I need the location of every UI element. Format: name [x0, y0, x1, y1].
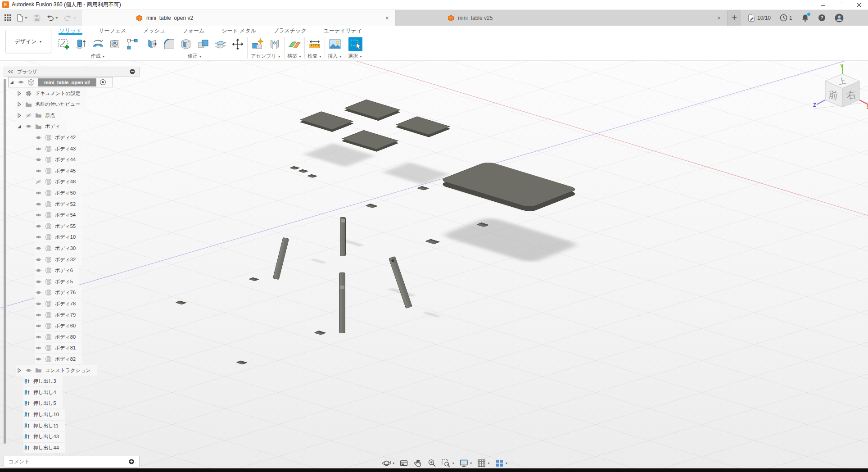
- joint-icon[interactable]: [267, 37, 281, 51]
- browser-item-押し出し3[interactable]: 押し出し3: [23, 376, 63, 386]
- look-at-icon[interactable]: [399, 458, 409, 468]
- browser-item-ボディ43[interactable]: ボディ43: [35, 144, 82, 154]
- ribbon-group-label[interactable]: 修正 ▼: [188, 53, 202, 60]
- table-leg[interactable]: [340, 217, 346, 256]
- connector-bracket[interactable]: [315, 331, 326, 334]
- workspace-selector[interactable]: デザイン ▼: [5, 30, 51, 53]
- connector-bracket[interactable]: [176, 301, 186, 304]
- grid-display-icon[interactable]: ▼: [477, 458, 490, 468]
- browser-item-ボディ81[interactable]: ボディ81: [35, 343, 82, 353]
- file-menu-button[interactable]: [15, 12, 30, 23]
- browser-item-ボディ45[interactable]: ボディ45: [35, 166, 82, 176]
- save-button[interactable]: [32, 13, 42, 23]
- viewport-3d[interactable]: Y Z X 上 前 右: [0, 61, 868, 468]
- browser-item-押し出し44[interactable]: 押し出し44: [23, 443, 65, 453]
- expand-arrow-icon[interactable]: [16, 101, 22, 107]
- connector-bracket[interactable]: [237, 361, 247, 364]
- table-panel[interactable]: [300, 112, 353, 130]
- select-icon[interactable]: [348, 37, 362, 51]
- tab-close-icon[interactable]: ×: [711, 14, 727, 22]
- browser-item-押し出し5[interactable]: 押し出し5: [23, 398, 63, 408]
- pan-icon[interactable]: [413, 458, 423, 468]
- visibility-eye-icon[interactable]: [35, 213, 42, 218]
- table-panel[interactable]: [396, 117, 450, 135]
- visibility-eye-icon[interactable]: [35, 168, 42, 173]
- table-panel[interactable]: [342, 130, 398, 150]
- root-document-label[interactable]: mini_table_open v2: [38, 78, 96, 86]
- ribbon-tab-1[interactable]: サーフェス: [98, 27, 127, 35]
- ribbon-tab-2[interactable]: メッシュ: [142, 27, 166, 35]
- chevron-down-icon[interactable]: ▼: [505, 462, 508, 465]
- maximize-button[interactable]: [832, 0, 850, 10]
- visibility-eye-icon[interactable]: [35, 146, 42, 151]
- visibility-eye-icon[interactable]: [35, 179, 42, 184]
- expand-arrow-icon[interactable]: [16, 368, 22, 373]
- construction-plane-icon[interactable]: [288, 37, 302, 51]
- move-icon[interactable]: [231, 37, 244, 51]
- browser-item-原点[interactable]: 原点: [16, 110, 61, 121]
- browser-item-名前の付いたビュー[interactable]: 名前の付いたビュー: [16, 99, 86, 109]
- ribbon-group-label[interactable]: 構築 ▼: [287, 53, 302, 60]
- ribbon-group-label[interactable]: 挿入 ▼: [328, 53, 342, 60]
- zoom-icon[interactable]: [427, 458, 437, 468]
- table-panel[interactable]: [344, 100, 400, 118]
- viewports-icon[interactable]: ▼: [495, 458, 508, 468]
- ribbon-group-label[interactable]: 検査 ▼: [307, 53, 322, 60]
- browser-item-ボディ32[interactable]: ボディ32: [35, 254, 82, 265]
- browser-item-ボディ5[interactable]: ボディ5: [35, 277, 79, 287]
- visibility-eye-icon[interactable]: [25, 124, 32, 129]
- connector-bracket[interactable]: [426, 239, 440, 244]
- fillet-icon[interactable]: [162, 37, 176, 51]
- visibility-eye-icon[interactable]: [35, 335, 42, 340]
- browser-item-押し出し43[interactable]: 押し出し43: [23, 431, 65, 442]
- connector-bracket[interactable]: [366, 204, 378, 208]
- display-settings-icon[interactable]: ▼: [459, 458, 472, 468]
- visibility-eye-icon[interactable]: [35, 357, 42, 362]
- browser-item-ボディ10[interactable]: ボディ10: [35, 232, 82, 242]
- app-grid-icon[interactable]: [3, 13, 13, 23]
- browser-item-ボディ82[interactable]: ボディ82: [35, 354, 82, 364]
- visibility-eye-icon[interactable]: [35, 301, 42, 306]
- browser-item-ボディ54[interactable]: ボディ54: [35, 210, 82, 220]
- new-component-icon[interactable]: [250, 37, 264, 51]
- ribbon-tab-4[interactable]: シート メタル: [221, 27, 257, 35]
- visibility-eye-icon[interactable]: [35, 323, 42, 328]
- browser-item-押し出し10[interactable]: 押し出し10: [23, 409, 65, 420]
- measure-icon[interactable]: [308, 37, 322, 51]
- ribbon-tab-5[interactable]: プラスチック: [272, 27, 307, 35]
- expand-arrow-icon[interactable]: [9, 79, 14, 85]
- browser-item-ボディ[interactable]: ボディ: [16, 121, 67, 132]
- chevron-down-icon[interactable]: ▼: [452, 462, 454, 465]
- insert-image-icon[interactable]: [328, 37, 342, 51]
- tab-close-icon[interactable]: ×: [379, 14, 395, 22]
- visibility-eye-icon[interactable]: [35, 246, 42, 251]
- visibility-eye-icon[interactable]: [35, 235, 42, 240]
- visibility-eye-icon[interactable]: [35, 191, 42, 195]
- hole-icon[interactable]: [108, 37, 122, 51]
- ribbon-tab-3[interactable]: フォーム: [181, 27, 205, 35]
- browser-item-ボディ79[interactable]: ボディ79: [35, 310, 82, 320]
- table-leg[interactable]: [339, 272, 345, 333]
- visibility-eye-icon[interactable]: [25, 368, 32, 373]
- browser-item-ボディ52[interactable]: ボディ52: [35, 199, 82, 209]
- comment-bar[interactable]: コメント: [4, 456, 140, 467]
- browser-panel-header[interactable]: ブラウザ: [4, 67, 140, 77]
- fit-icon[interactable]: ▼: [441, 458, 454, 468]
- expand-arrow-icon[interactable]: [16, 113, 22, 118]
- press-pull-icon[interactable]: [145, 37, 159, 51]
- browser-item-ボディ80[interactable]: ボディ80: [35, 332, 82, 342]
- add-comment-icon[interactable]: [128, 458, 135, 465]
- shell-icon[interactable]: [179, 37, 193, 51]
- expand-arrow-icon[interactable]: [16, 123, 22, 129]
- browser-item-ボディ50[interactable]: ボディ50: [35, 188, 82, 198]
- visibility-eye-icon[interactable]: [35, 313, 42, 318]
- browser-scrollbar[interactable]: [4, 79, 6, 444]
- visibility-eye-icon[interactable]: [25, 113, 32, 118]
- browser-item-ボディ55[interactable]: ボディ55: [35, 221, 82, 231]
- create-sketch-icon[interactable]: [57, 37, 71, 51]
- ribbon-tab-6[interactable]: ユーティリティ: [323, 27, 363, 35]
- new-tab-button[interactable]: +: [728, 10, 741, 26]
- visibility-eye-icon[interactable]: [35, 135, 42, 140]
- chevron-down-icon[interactable]: ▼: [487, 462, 490, 465]
- close-button[interactable]: [850, 0, 868, 10]
